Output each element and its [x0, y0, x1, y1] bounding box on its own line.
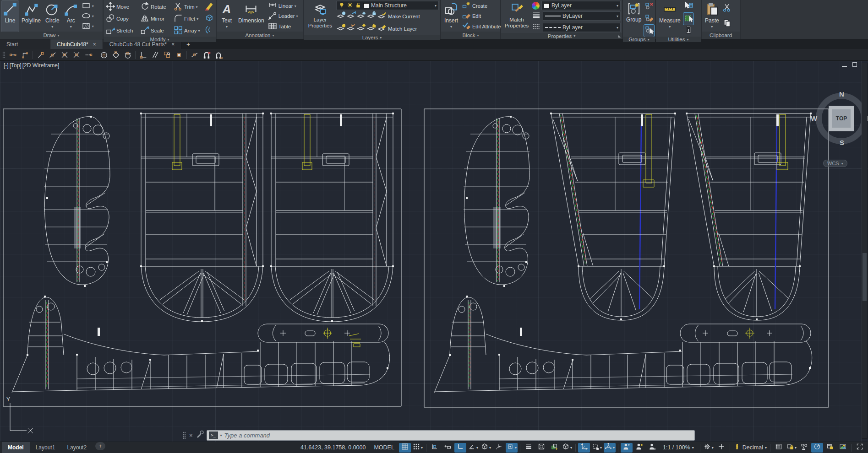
object-snap-tracking[interactable] [493, 443, 505, 453]
trim-button[interactable]: Trim▾ [173, 2, 203, 12]
snap-mode-dropdown-icon[interactable]: ▾ [421, 446, 423, 450]
command-line-grip[interactable] [182, 431, 186, 439]
leader-button[interactable]: Leader▾ [267, 11, 299, 21]
viewcube-top-face[interactable]: TOP [829, 106, 854, 131]
hatch-button[interactable]: ▾ [81, 22, 95, 32]
snap-intersection-button[interactable] [59, 49, 70, 60]
snap-none-button[interactable] [201, 49, 212, 60]
dimension-button[interactable]: Dimension [236, 1, 266, 32]
command-line[interactable]: >_ ▾ [207, 430, 695, 441]
selection-cycling[interactable] [548, 443, 560, 453]
layout-tab-model[interactable]: Model [2, 442, 30, 453]
annotation-scale-value[interactable]: 1:1 / 100%▾ [659, 444, 698, 451]
ortho-mode[interactable] [454, 443, 466, 453]
infer-constraints[interactable] [429, 443, 441, 453]
move-button[interactable]: Move [105, 2, 138, 12]
graphics-performance[interactable] [811, 443, 823, 453]
snap-endpoint-button[interactable] [35, 49, 46, 60]
snap-mode[interactable]: ▾ [412, 443, 424, 453]
table-button[interactable]: Table [267, 22, 299, 32]
workspace-switching[interactable]: ▾ [703, 443, 715, 453]
annotation-scale-icon[interactable] [646, 443, 658, 453]
new-layout-button[interactable]: + [95, 442, 105, 450]
annotation-panel-label[interactable]: Annotation▾ [217, 32, 303, 39]
quick-select-button[interactable] [683, 1, 693, 13]
mirror-button[interactable]: Mirror [139, 14, 172, 24]
file-tab-close-icon[interactable]: × [93, 41, 96, 48]
snap-node-button[interactable] [173, 49, 185, 60]
match-properties-button[interactable]: Match Properties [502, 1, 531, 33]
group-selection-toggle[interactable] [644, 25, 654, 37]
snap-quadrant-button[interactable] [110, 49, 121, 60]
stretch-button[interactable]: Stretch [105, 26, 138, 36]
circle-flyout-icon[interactable]: ▾ [51, 25, 53, 29]
performance-monitor[interactable] [837, 443, 849, 453]
layer-thaw-button[interactable] [356, 23, 366, 35]
gizmo-dropdown-icon[interactable]: ▾ [613, 446, 615, 450]
units[interactable]: Decimal▾ [732, 443, 768, 453]
snap-nearest-button[interactable] [189, 49, 200, 60]
model-space-label[interactable]: MODEL [370, 444, 398, 451]
command-line-close-icon[interactable]: × [188, 432, 194, 439]
clipboard-panel-label[interactable]: Clipboard [702, 32, 740, 39]
ucs-dropdown[interactable]: WCS▾ [823, 160, 847, 167]
dynamic-ucs[interactable] [578, 443, 590, 453]
circle-button[interactable]: Circle ▾ [44, 1, 61, 32]
lock-ui-dropdown-icon[interactable]: ▾ [795, 446, 797, 450]
edit-block-button[interactable]: Edit [461, 11, 508, 21]
transparency[interactable] [535, 443, 547, 453]
polyline-button[interactable]: Polyline [20, 1, 43, 32]
layer-dropdown[interactable]: Main Structure ▾ [336, 1, 439, 10]
show-lineweight[interactable] [523, 443, 535, 453]
arc-flyout-icon[interactable]: ▾ [70, 25, 72, 29]
layer-on-button[interactable] [336, 23, 346, 35]
gizmo[interactable]: ▾ [604, 443, 616, 453]
cut-button[interactable] [722, 3, 732, 15]
paste-button[interactable]: Paste ▾ [703, 1, 721, 32]
layer-off-button[interactable] [336, 11, 346, 22]
viewport-view-control[interactable]: [Top] [10, 62, 22, 69]
scrollbar-thumb[interactable] [863, 253, 867, 301]
explode-button[interactable] [204, 13, 214, 25]
scale-button[interactable]: Scale [139, 26, 172, 36]
toolbar-grip[interactable] [2, 51, 5, 59]
vertical-scrollbar[interactable] [862, 63, 868, 439]
quick-properties[interactable] [773, 443, 785, 453]
rotate-button[interactable]: Rotate [139, 2, 172, 12]
copy-button[interactable]: Copy [105, 14, 138, 24]
viewport-menu-control[interactable]: [-] [4, 62, 9, 69]
layer-unlock-icon[interactable] [355, 2, 361, 10]
layer-thaw-icon[interactable] [347, 2, 353, 10]
group-button[interactable]: Group [624, 1, 643, 37]
layer-on-icon[interactable] [338, 2, 345, 10]
drawing-area[interactable]: Y [-] [Top] [2D Wireframe] N W E S TOP W… [0, 61, 868, 442]
create-block-button[interactable]: Create [461, 1, 508, 11]
quick-calculator-button[interactable] [683, 25, 693, 37]
coordinates[interactable]: 41.6423, 39.1758, 0.0000 [296, 444, 370, 451]
layer-lock-button[interactable] [366, 11, 377, 22]
properties-panel-label[interactable]: Properties▾ [501, 33, 622, 39]
snap-parallel-button[interactable] [149, 49, 161, 60]
compass-west[interactable]: W [811, 114, 817, 122]
osnap-settings-button[interactable] [213, 49, 224, 60]
edit-attributes-button[interactable]: Edit Attributes▾ [461, 22, 508, 32]
units-dropdown-icon[interactable]: ▾ [765, 446, 767, 450]
arc-button[interactable]: Arc ▾ [62, 1, 80, 32]
match-layer-button[interactable]: Match Layer [377, 24, 418, 34]
annotation-visibility[interactable] [621, 443, 633, 453]
copy-clip-button[interactable] [722, 18, 732, 30]
layer-isolate-button[interactable] [346, 11, 356, 22]
snap-extension-button[interactable] [82, 49, 94, 60]
fillet-button[interactable]: Fillet▾ [173, 14, 203, 24]
insert-button[interactable]: Insert ▾ [442, 1, 460, 32]
linetype-dropdown[interactable]: ByLayer▾ [543, 23, 621, 32]
snap-insert-button[interactable] [161, 49, 173, 60]
lineweight-dropdown[interactable]: ByLayer▾ [543, 11, 621, 21]
polar-tracking-dropdown-icon[interactable]: ▾ [476, 446, 478, 450]
linear-button[interactable]: Linear▾ [267, 1, 299, 11]
offset-button[interactable] [204, 25, 214, 37]
snap-apparent-intersection-button[interactable] [71, 49, 82, 60]
3d-object-snap-dropdown-icon[interactable]: ▾ [570, 446, 572, 450]
3d-object-snap[interactable]: ▾ [561, 443, 573, 453]
ungroup-button[interactable] [644, 1, 654, 13]
